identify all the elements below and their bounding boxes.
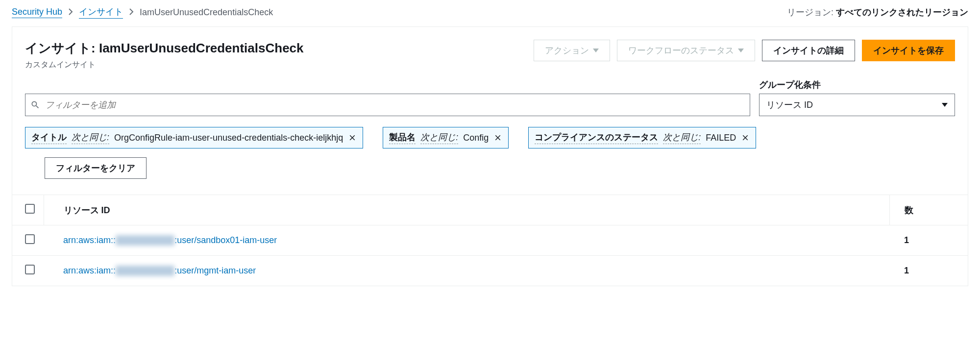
chip-field: タイトル — [31, 131, 67, 144]
insight-detail-button[interactable]: インサイトの詳細 — [762, 40, 855, 61]
column-header-resource-id[interactable]: リソース ID — [44, 195, 889, 225]
chip-field: 製品名 — [389, 131, 416, 144]
row-checkbox[interactable] — [25, 265, 35, 274]
resource-id-link[interactable]: arn:aws:iam::000000000000:user/mgmt-iam-… — [63, 266, 256, 275]
chip-operator: 次と同じ: — [72, 131, 109, 144]
filter-input[interactable] — [45, 100, 745, 110]
chevron-right-icon — [129, 7, 134, 18]
row-count: 1 — [889, 256, 968, 286]
column-header-count[interactable]: 数 — [889, 195, 968, 225]
chip-value: Config — [463, 133, 489, 143]
caret-down-icon — [942, 103, 948, 107]
results-table: リソース ID 数 arn:aws:iam::000000000000:user… — [12, 195, 968, 286]
chip-field: コンプライアンスのステータス — [535, 131, 658, 144]
save-insight-button[interactable]: インサイトを保存 — [862, 40, 955, 61]
filter-chip[interactable]: コンプライアンスのステータス 次と同じ: FAILED — [528, 127, 756, 148]
page-title: インサイト: IamUserUnusedCredentialsCheck — [25, 40, 304, 57]
page-subtitle: カスタムインサイト — [25, 60, 304, 70]
chevron-right-icon — [68, 7, 73, 18]
breadcrumb-mid-link[interactable]: インサイト — [79, 6, 123, 19]
caret-down-icon — [593, 49, 599, 52]
close-icon[interactable] — [348, 133, 357, 142]
select-all-checkbox[interactable] — [25, 204, 35, 214]
workflow-status-dropdown[interactable]: ワークフローのステータス — [617, 40, 755, 61]
breadcrumb: Security Hub インサイト IamUserUnusedCredenti… — [12, 6, 273, 19]
clear-filters-button[interactable]: フィルターをクリア — [45, 157, 147, 179]
chip-value: OrgConfigRule-iam-user-unused-credential… — [114, 133, 343, 143]
chip-value: FAILED — [706, 133, 736, 143]
group-by-select[interactable]: リソース ID — [759, 94, 955, 116]
close-icon[interactable] — [741, 133, 750, 142]
filter-chip[interactable]: タイトル 次と同じ: OrgConfigRule-iam-user-unused… — [25, 127, 363, 148]
insight-panel: インサイト: IamUserUnusedCredentialsCheck カスタ… — [12, 26, 968, 286]
actions-dropdown[interactable]: アクション — [534, 40, 610, 61]
resource-id-link[interactable]: arn:aws:iam::000000000000:user/sandbox01… — [63, 235, 277, 245]
chip-operator: 次と同じ: — [420, 131, 458, 144]
table-row: arn:aws:iam::000000000000:user/sandbox01… — [12, 225, 968, 256]
breadcrumb-root-link[interactable]: Security Hub — [12, 7, 62, 18]
region-indicator: リージョン: すべてのリンクされたリージョン — [787, 6, 968, 18]
close-icon[interactable] — [493, 133, 502, 142]
row-checkbox[interactable] — [25, 234, 35, 244]
table-row: arn:aws:iam::000000000000:user/mgmt-iam-… — [12, 256, 968, 286]
breadcrumb-current: IamUserUnusedCredentialsCheck — [140, 7, 273, 18]
row-count: 1 — [889, 225, 968, 256]
caret-down-icon — [738, 49, 744, 52]
chip-operator: 次と同じ: — [663, 131, 701, 144]
group-by-label: グループ化条件 — [759, 79, 955, 91]
filter-input-wrap[interactable] — [25, 94, 750, 116]
search-icon — [30, 100, 40, 110]
filter-chip[interactable]: 製品名 次と同じ: Config — [383, 127, 509, 148]
